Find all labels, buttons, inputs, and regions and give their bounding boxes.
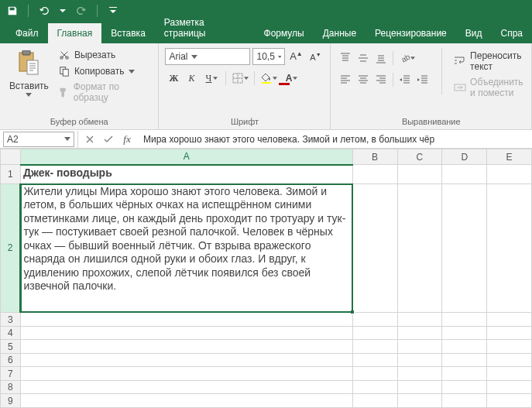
col-header-b[interactable]: B bbox=[352, 149, 397, 165]
cell-b2[interactable] bbox=[352, 183, 397, 313]
row-header-2[interactable]: 2 bbox=[1, 183, 21, 313]
cell-a6[interactable] bbox=[20, 353, 352, 367]
tab-insert[interactable]: Вставка bbox=[101, 23, 155, 43]
tab-formulas[interactable]: Формулы bbox=[255, 23, 314, 43]
cell-d7[interactable] bbox=[442, 367, 487, 381]
align-left-button[interactable] bbox=[337, 71, 354, 88]
cell-e6[interactable] bbox=[487, 353, 532, 367]
worksheet-grid[interactable]: A B C D E 1 Джек- поводырь 2 Жители улиц… bbox=[0, 149, 532, 408]
cell-d8[interactable] bbox=[442, 380, 487, 394]
cut-button[interactable]: Вырезать bbox=[57, 48, 153, 62]
cell-d3[interactable] bbox=[442, 313, 487, 327]
paste-button[interactable]: Вставить bbox=[6, 46, 52, 115]
decrease-indent-button[interactable] bbox=[396, 71, 414, 88]
cell-c6[interactable] bbox=[397, 353, 442, 367]
borders-button[interactable] bbox=[229, 70, 251, 87]
redo-icon[interactable] bbox=[74, 3, 89, 19]
fx-icon[interactable]: fx bbox=[120, 132, 134, 146]
bold-button[interactable]: Ж bbox=[165, 70, 182, 87]
save-icon[interactable] bbox=[5, 3, 20, 19]
cell-c1[interactable] bbox=[397, 165, 442, 184]
tab-home[interactable]: Главная bbox=[48, 23, 102, 43]
wrap-text-button[interactable]: Переносить текст bbox=[452, 50, 525, 73]
cancel-icon[interactable] bbox=[83, 132, 97, 146]
cell-a7[interactable] bbox=[20, 367, 352, 381]
cell-a5[interactable] bbox=[20, 340, 352, 354]
underline-button[interactable]: Ч bbox=[201, 70, 222, 87]
cell-e2[interactable] bbox=[487, 183, 532, 313]
row-header-9[interactable]: 9 bbox=[1, 394, 21, 408]
cell-b5[interactable] bbox=[352, 340, 397, 354]
orientation-button[interactable]: ab bbox=[396, 50, 418, 67]
cell-e8[interactable] bbox=[487, 380, 532, 394]
enter-icon[interactable] bbox=[101, 132, 115, 146]
cell-c4[interactable] bbox=[397, 326, 442, 340]
cell-e7[interactable] bbox=[487, 367, 532, 381]
tab-file[interactable]: Файл bbox=[6, 23, 48, 43]
align-bottom-button[interactable] bbox=[372, 50, 390, 67]
cell-e5[interactable] bbox=[487, 340, 532, 354]
cell-b1[interactable] bbox=[352, 165, 397, 184]
tab-review[interactable]: Рецензирование bbox=[366, 23, 456, 43]
cell-a3[interactable] bbox=[20, 313, 352, 327]
row-header-1[interactable]: 1 bbox=[1, 165, 21, 184]
cell-d5[interactable] bbox=[442, 340, 487, 354]
align-right-button[interactable] bbox=[372, 71, 390, 88]
cell-b7[interactable] bbox=[352, 367, 397, 381]
row-header-4[interactable]: 4 bbox=[1, 326, 21, 340]
name-box[interactable]: A2 bbox=[3, 132, 74, 147]
cell-b9[interactable] bbox=[352, 394, 397, 408]
tab-help[interactable]: Спра bbox=[491, 23, 532, 43]
italic-button[interactable]: К bbox=[183, 70, 200, 87]
cell-c2[interactable] bbox=[397, 183, 442, 313]
cell-a4[interactable] bbox=[20, 326, 352, 340]
col-header-a[interactable]: A bbox=[20, 149, 352, 165]
font-name-combo[interactable]: Arial bbox=[165, 48, 250, 65]
cell-c9[interactable] bbox=[397, 394, 442, 408]
align-middle-button[interactable] bbox=[355, 50, 372, 67]
undo-icon[interactable] bbox=[36, 3, 52, 19]
cell-d6[interactable] bbox=[442, 353, 487, 367]
fill-color-button[interactable] bbox=[258, 70, 280, 87]
tab-view[interactable]: Вид bbox=[456, 23, 492, 43]
cell-d4[interactable] bbox=[442, 326, 487, 340]
cell-d2[interactable] bbox=[442, 183, 487, 313]
cell-c3[interactable] bbox=[397, 313, 442, 327]
cell-e9[interactable] bbox=[487, 394, 532, 408]
col-header-c[interactable]: C bbox=[397, 149, 442, 165]
cell-a9[interactable] bbox=[20, 394, 352, 408]
align-center-button[interactable] bbox=[355, 71, 372, 88]
tab-page-layout[interactable]: Разметка страницы bbox=[155, 12, 255, 43]
increase-indent-button[interactable] bbox=[414, 71, 431, 88]
qat-customize-icon[interactable] bbox=[105, 3, 121, 19]
increase-font-button[interactable]: A▲ bbox=[287, 48, 304, 65]
row-header-8[interactable]: 8 bbox=[1, 380, 21, 394]
cell-e1[interactable] bbox=[487, 165, 532, 184]
font-size-combo[interactable]: 10,5 bbox=[252, 48, 285, 65]
cell-c8[interactable] bbox=[397, 380, 442, 394]
cell-b3[interactable] bbox=[352, 313, 397, 327]
formula-bar-input[interactable]: Мира хорошо знают этого человека. Зимой … bbox=[139, 134, 532, 145]
col-header-d[interactable]: D bbox=[442, 149, 487, 165]
cell-b8[interactable] bbox=[352, 380, 397, 394]
cell-e3[interactable] bbox=[487, 313, 532, 327]
copy-button[interactable]: Копировать bbox=[57, 64, 153, 78]
row-header-5[interactable]: 5 bbox=[1, 340, 21, 354]
cell-a8[interactable] bbox=[20, 380, 352, 394]
row-header-3[interactable]: 3 bbox=[1, 313, 21, 327]
fill-handle[interactable] bbox=[350, 310, 355, 314]
tab-data[interactable]: Данные bbox=[314, 23, 366, 43]
cell-b4[interactable] bbox=[352, 326, 397, 340]
cell-c7[interactable] bbox=[397, 367, 442, 381]
cell-d9[interactable] bbox=[442, 394, 487, 408]
cell-a1[interactable]: Джек- поводырь bbox=[20, 165, 352, 184]
cell-a2[interactable]: Жители улицы Мира хорошо знают этого чел… bbox=[20, 183, 352, 313]
col-header-e[interactable]: E bbox=[487, 149, 532, 165]
cell-c5[interactable] bbox=[397, 340, 442, 354]
merge-button[interactable]: Объединить и помести bbox=[452, 76, 525, 99]
row-header-7[interactable]: 7 bbox=[1, 367, 21, 381]
select-all-corner[interactable] bbox=[1, 149, 21, 165]
cell-d1[interactable] bbox=[442, 165, 487, 184]
row-header-6[interactable]: 6 bbox=[1, 353, 21, 367]
cell-b6[interactable] bbox=[352, 353, 397, 367]
